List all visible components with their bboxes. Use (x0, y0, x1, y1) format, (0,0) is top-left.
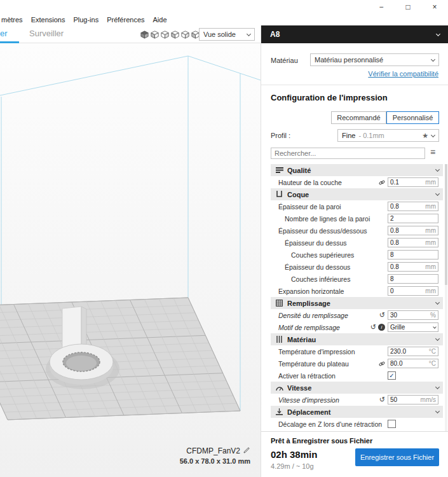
scene-svg[interactable] (0, 43, 261, 477)
setting-label: Activer la rétraction (278, 372, 385, 380)
settings-category-header[interactable]: Remplissage (271, 297, 443, 309)
setting-row: Activer la rétraction✓ (271, 370, 443, 382)
profile-name: Fine (342, 132, 355, 139)
chevron-down-icon (435, 385, 440, 389)
view-toolbar-icons (140, 30, 200, 38)
profile-dropdown[interactable]: Fine - 0.1mm ★ (337, 129, 439, 142)
setting-row: Expansion horizontale0mm (271, 285, 443, 297)
setting-input[interactable]: 30% (388, 310, 438, 320)
setting-value: 0.8 (390, 263, 399, 270)
reset-value-icon[interactable]: ↺ (370, 324, 376, 331)
setting-row: Épaisseur du dessous0.8mm (271, 261, 443, 273)
setting-checkbox[interactable]: ✓ (388, 371, 396, 380)
setting-label: Température du plateau (278, 360, 379, 368)
setting-input[interactable]: 50mm/s (388, 395, 438, 404)
recommended-mode-button[interactable]: Recommandé (331, 111, 386, 124)
section-divider (261, 85, 448, 85)
quality-icon (275, 167, 283, 174)
setting-unit: % (430, 312, 436, 319)
printer-selector[interactable]: A8 (261, 25, 448, 43)
view-3d-icon[interactable] (140, 30, 149, 38)
reset-value-icon[interactable]: ↺ (379, 312, 385, 319)
settings-category-header[interactable]: Vitesse (271, 382, 443, 394)
travel-icon (275, 408, 283, 415)
setting-input[interactable]: 8 (388, 250, 438, 259)
settings-menu-icon[interactable]: ≡ (430, 147, 435, 157)
menu-item-aide[interactable]: Aide (153, 16, 167, 24)
model-dimensions: 56.0 x 78.0 x 31.0 mm (180, 457, 250, 465)
view-top-icon[interactable] (161, 30, 169, 38)
view-front-icon[interactable] (151, 30, 159, 38)
setting-label: Décalage en Z lors d'une rétraction (278, 420, 385, 428)
setting-label: Couches inférieures (291, 275, 385, 283)
setting-row: Motif de remplissage↺iGrille (271, 321, 443, 333)
setting-label: Hauteur de la couche (278, 179, 379, 186)
reset-value-icon[interactable]: ↺ (379, 396, 385, 403)
viewport-3d[interactable]: CFDMP_FanV2 56.0 x 78.0 x 31.0 mm (0, 43, 261, 477)
setting-row: Vitesse d'impression↺50mm/s (271, 394, 443, 406)
menu-item-extensions[interactable]: Extensions (31, 16, 65, 24)
shell-icon (275, 191, 283, 198)
compatibility-link[interactable]: Vérifier la compatibilité (368, 70, 438, 78)
setting-input[interactable]: 2 (388, 214, 438, 223)
search-input[interactable] (271, 148, 425, 159)
setting-input[interactable]: 0.8mm (388, 262, 438, 272)
star-icon: ★ (422, 132, 428, 140)
setting-input[interactable]: 0.8mm (388, 202, 438, 211)
menu-item-parametres[interactable]: mètres (1, 16, 23, 24)
setting-label: Épaisseur du dessus (285, 239, 385, 247)
menu-item-preferences[interactable]: Préférences (107, 16, 144, 24)
view-left-icon[interactable] (171, 30, 179, 38)
material-dropdown[interactable]: Matériau personnalisé (310, 53, 439, 66)
setting-unit: mm (425, 287, 436, 294)
app-window: − □ × mètres Extensions Plug-ins Préfére… (0, 0, 448, 477)
setting-label: Nombre de lignes de la paroi (285, 215, 385, 223)
profile-detail: - 0.1mm (358, 132, 384, 139)
chevron-down-icon (431, 132, 435, 137)
setting-row: Température d'impression230.0°C (271, 345, 443, 357)
category-label: Déplacement (287, 408, 436, 416)
setting-input[interactable]: 0.1mm (388, 177, 438, 187)
setting-input[interactable]: 8 (388, 274, 438, 284)
tab-prepare[interactable]: er (0, 29, 8, 38)
close-button[interactable]: × (421, 0, 448, 14)
setting-value: 8 (390, 251, 394, 258)
settings-list: QualitéHauteur de la couche0.1mmCoqueÉpa… (261, 164, 448, 431)
settings-category-header[interactable]: Coque (271, 188, 443, 200)
setting-input[interactable]: 0.8mm (388, 226, 438, 235)
model-info: CFDMP_FanV2 56.0 x 78.0 x 31.0 mm (180, 446, 250, 465)
setting-input[interactable]: 0mm (388, 286, 438, 296)
view-right-icon[interactable] (181, 30, 189, 38)
category-label: Vitesse (287, 384, 436, 392)
settings-category-header[interactable]: Qualité (271, 164, 443, 176)
view-mode-dropdown[interactable]: Vue solide (199, 28, 255, 41)
setting-value: 30 (390, 312, 397, 319)
scrollbar-thumb[interactable] (445, 164, 447, 285)
setting-input[interactable]: 230.0°C (388, 347, 438, 356)
minimize-button[interactable]: − (368, 0, 395, 14)
save-to-file-button[interactable]: Enregistrer sous Fichier (355, 448, 439, 466)
model-name: CFDMP_FanV2 (186, 446, 240, 455)
tab-monitor[interactable]: Surveiller (29, 29, 64, 38)
category-label: Coque (287, 191, 436, 198)
custom-mode-button[interactable]: Personnalisé (386, 111, 439, 124)
setting-value: 0.8 (390, 239, 399, 246)
settings-category-header[interactable]: Déplacement (271, 406, 443, 418)
rename-model-pencil-icon[interactable] (243, 446, 250, 455)
setting-value: 0.8 (390, 227, 399, 234)
menu-item-plugins[interactable]: Plug-ins (73, 16, 98, 24)
setting-input[interactable]: 80.0°C (388, 359, 438, 368)
linked-setting-icon[interactable] (379, 177, 385, 188)
settings-category-header[interactable]: Matériau (271, 333, 443, 345)
linked-setting-icon[interactable] (379, 358, 385, 370)
maximize-button[interactable]: □ (395, 0, 421, 14)
chevron-down-icon (431, 57, 435, 61)
setting-dropdown[interactable]: Grille (388, 322, 438, 332)
category-label: Qualité (287, 167, 436, 174)
setting-row: Épaisseur du dessus0.8mm (271, 237, 443, 249)
setting-row: Décalage en Z lors d'une rétraction (271, 418, 443, 430)
info-icon[interactable]: i (378, 324, 385, 331)
setting-input[interactable]: 0.8mm (388, 238, 438, 247)
setting-checkbox[interactable] (388, 420, 396, 428)
setting-value: 8 (390, 275, 394, 282)
